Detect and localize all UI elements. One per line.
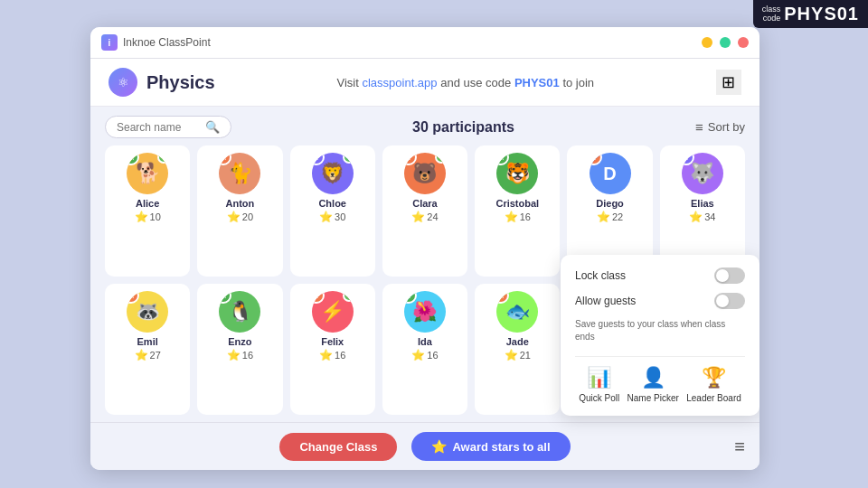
avatar: 🐈: [228, 162, 252, 185]
toolbar: 🔍 30 participants ≡ Sort by: [105, 107, 745, 145]
app-logo: i: [101, 34, 118, 51]
close-button[interactable]: [738, 37, 749, 48]
app-name: Inknoe ClassPoint: [123, 36, 211, 49]
visit-text: Visit: [337, 76, 359, 89]
classpoint-link[interactable]: classpoint.app: [362, 76, 437, 89]
header: ⚛ Physics Visit classpoint.app and use c…: [90, 59, 760, 107]
sort-label: Sort by: [708, 120, 745, 134]
participant-name: Emil: [137, 336, 158, 347]
maximize-button[interactable]: [720, 37, 731, 48]
minimize-button[interactable]: [702, 37, 712, 48]
qr-code[interactable]: ⊞: [716, 70, 741, 95]
quick-poll-label: Quick Poll: [579, 393, 619, 403]
participant-card[interactable]: ★🌺Ida⭐16: [382, 284, 467, 415]
participants-count: 30 participants: [412, 119, 514, 136]
online-indicator: [157, 153, 168, 164]
avatar: ⚡: [320, 300, 344, 324]
star-icon: ⭐: [319, 349, 333, 361]
online-indicator: [343, 153, 354, 164]
footer: Change Class ⭐ Award stars to all ≡: [90, 422, 760, 470]
online-indicator: [435, 153, 446, 164]
leader-board-icon: 🏆: [702, 366, 726, 389]
class-icon: ⚛: [108, 68, 137, 97]
participant-card[interactable]: ★🐻Clara⭐24: [382, 145, 467, 277]
class-code-value: PHYS01: [784, 4, 859, 24]
popup-actions: 📊 Quick Poll 👤 Name Picker 🏆 Leader Boar…: [575, 356, 745, 403]
participant-card[interactable]: ★🐈Anton⭐20: [197, 145, 282, 277]
participant-name: Diego: [596, 198, 624, 209]
participant-name: Jade: [506, 336, 529, 347]
star-count: 24: [427, 211, 438, 222]
class-code-badge: class code PHYS01: [753, 0, 868, 28]
search-input[interactable]: [117, 121, 200, 134]
save-guests-note: Save guests to your class when class end…: [575, 318, 745, 343]
search-box[interactable]: 🔍: [105, 116, 231, 138]
header-left: ⚛ Physics: [108, 68, 215, 97]
participant-card[interactable]: ★⚡Felix⭐16: [290, 284, 375, 415]
star-count: 22: [612, 211, 623, 222]
allow-guests-toggle[interactable]: [714, 293, 745, 309]
participant-name: Alice: [136, 198, 159, 209]
settings-popup: Lock class Allow guests Save guests to y…: [561, 255, 760, 416]
class-code-label: class code: [762, 5, 781, 23]
change-class-button[interactable]: Change Class: [279, 433, 397, 461]
star-icon: ⭐: [597, 211, 610, 223]
participant-name: Anton: [226, 198, 255, 209]
avatar: 🐯: [505, 162, 530, 185]
participant-name: Cristobal: [495, 198, 539, 209]
star-icon: ⭐: [411, 211, 425, 223]
participant-card[interactable]: ★🐯Cristobal⭐16: [475, 145, 560, 277]
avatar-badge: ★: [590, 153, 602, 165]
star-count: 16: [427, 350, 438, 361]
leader-board-action[interactable]: 🏆 Leader Board: [686, 366, 741, 403]
star-count: 16: [335, 350, 345, 361]
star-count: 30: [335, 211, 345, 222]
avatar: 🐧: [228, 300, 252, 324]
participant-card[interactable]: ★🐕Alice⭐10: [105, 145, 190, 277]
header-center: Visit classpoint.app and use code PHYS01…: [337, 76, 595, 89]
star-count: 21: [520, 350, 531, 361]
titlebar-controls: [702, 37, 749, 48]
leader-board-label: Leader Board: [686, 393, 741, 403]
star-icon: ⭐: [319, 211, 333, 223]
star-count: 34: [704, 211, 715, 222]
sort-button[interactable]: ≡ Sort by: [695, 119, 745, 135]
participant-name: Clara: [412, 198, 438, 209]
star-icon: ⭐: [135, 349, 148, 361]
participant-card[interactable]: ★🐟Jade⭐21: [475, 284, 560, 415]
join-text: to join: [562, 76, 594, 89]
avatar: 🌺: [412, 300, 437, 324]
participant-card[interactable]: ★🦝Emil⭐27: [105, 284, 190, 415]
star-icon: ⭐: [227, 211, 241, 223]
search-icon: 🔍: [205, 120, 220, 134]
star-icon: ⭐: [411, 349, 425, 361]
participant-name: Enzo: [228, 336, 251, 347]
avatar: 🐕: [136, 162, 160, 185]
lock-class-toggle[interactable]: [714, 267, 745, 284]
award-stars-button[interactable]: ⭐ Award stars to all: [411, 432, 570, 461]
participant-name: Chloe: [318, 198, 346, 209]
allow-guests-row: Allow guests: [575, 293, 745, 309]
main-window: i Inknoe ClassPoint ⚛ Physics Visit clas…: [90, 27, 760, 470]
avatar: 🦁: [320, 162, 344, 185]
sort-icon: ≡: [695, 119, 703, 135]
quick-poll-action[interactable]: 📊 Quick Poll: [579, 366, 619, 403]
avatar: D: [603, 164, 616, 184]
participant-name: Elias: [691, 198, 714, 209]
lock-class-row: Lock class: [575, 267, 745, 284]
online-indicator: [343, 291, 354, 302]
name-picker-action[interactable]: 👤 Name Picker: [627, 366, 679, 403]
star-count: 16: [242, 350, 253, 361]
lock-class-label: Lock class: [575, 269, 626, 282]
participant-name: Felix: [321, 336, 344, 347]
star-icon: ⭐: [505, 211, 518, 223]
name-picker-label: Name Picker: [627, 393, 679, 403]
participant-card[interactable]: ★🦁Chloe⭐30: [290, 145, 375, 277]
participant-card[interactable]: ★🐧Enzo⭐16: [197, 284, 282, 415]
avatar: 🦝: [136, 300, 160, 324]
star-count: 10: [150, 211, 161, 222]
titlebar: i Inknoe ClassPoint: [90, 27, 760, 59]
footer-menu-button[interactable]: ≡: [734, 436, 745, 457]
star-icon: ⭐: [135, 211, 148, 223]
middle-text: and use code: [440, 76, 514, 89]
